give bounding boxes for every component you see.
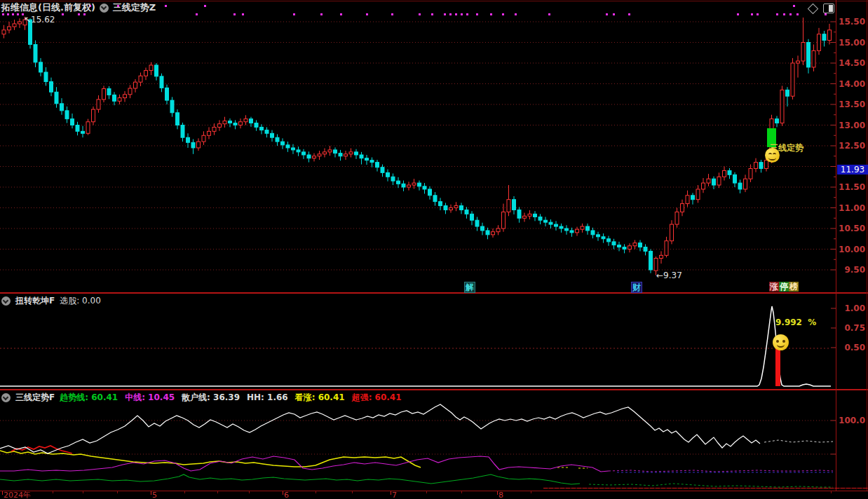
month-tick: [391, 491, 391, 495]
indicator-axis-label: 1.00: [837, 304, 865, 313]
candle: [670, 224, 674, 241]
candle: [597, 235, 600, 237]
indicator-axis-label: 0.75: [837, 324, 865, 333]
signal-dot: [737, 13, 739, 15]
indicator-value-token: 散户线: 36.39: [182, 392, 240, 402]
candle: [391, 177, 395, 181]
candle: [612, 242, 616, 245]
candle: [780, 90, 784, 123]
candle: [686, 196, 689, 204]
candle: [496, 228, 500, 232]
signal-dot: [490, 13, 492, 15]
chevron-down-icon[interactable]: [1, 296, 11, 306]
candle: [134, 82, 137, 88]
minor-tick: [316, 491, 316, 493]
event-marker[interactable]: 解: [464, 282, 475, 293]
candle: [534, 214, 537, 217]
month-label: 8: [499, 491, 503, 499]
candle: [486, 231, 489, 235]
candle: [538, 217, 542, 220]
bottom-indicator-chart[interactable]: [0, 390, 836, 491]
signal-dot: [783, 13, 785, 15]
app-root: 拓维信息(日线.前复权) 三线定势Z ↖15.62 ←9.37 三线定势 解财 …: [0, 0, 868, 499]
month-label: 5: [152, 491, 157, 499]
candle: [286, 145, 290, 148]
minor-tick: [352, 491, 353, 493]
candle: [491, 232, 495, 235]
candle: [623, 247, 626, 250]
price-label: 9.50: [837, 266, 865, 275]
candle: [318, 154, 321, 156]
candle: [570, 231, 574, 233]
candle: [260, 127, 264, 130]
indicator-name[interactable]: 扭转乾坤F: [15, 295, 55, 307]
indicator-value-token: 看涨: 60.41: [295, 392, 345, 402]
chevron-down-icon[interactable]: [1, 393, 11, 402]
candle: [665, 241, 668, 256]
main-indicator-name[interactable]: 三线定势Z: [113, 1, 156, 14]
event-marker[interactable]: 财: [631, 282, 642, 293]
candle: [208, 131, 211, 135]
candle: [586, 226, 590, 231]
candle: [139, 76, 142, 82]
percent-label: 9.992 %: [775, 317, 816, 327]
candle: [276, 137, 279, 142]
current-price-tag: 11.93: [837, 165, 868, 175]
candle: [55, 92, 58, 104]
chevron-down-icon[interactable]: [100, 4, 109, 13]
candle: [454, 206, 458, 208]
signal-dot: [461, 13, 463, 15]
candle: [229, 121, 232, 123]
candle: [649, 251, 653, 270]
price-label: 10.00: [837, 245, 865, 254]
signal-dot: [431, 13, 433, 15]
candle: [60, 104, 64, 111]
candle: [581, 226, 584, 229]
signal-dot: [320, 13, 323, 15]
arrow-left-icon: ←: [656, 271, 663, 280]
candle: [465, 210, 468, 214]
month-tick: [151, 491, 151, 495]
middle-indicator-chart[interactable]: [0, 294, 836, 390]
month-tick: [497, 491, 498, 495]
price-label: 15.50: [837, 18, 865, 27]
month-label: 2024年: [4, 491, 31, 499]
candle: [165, 88, 169, 100]
candle: [644, 247, 647, 252]
candle: [239, 122, 243, 125]
candle: [433, 196, 437, 202]
candle: [822, 34, 826, 41]
candle: [370, 160, 374, 163]
signal-dot: [391, 13, 393, 15]
retail-line: [0, 404, 760, 453]
signal-dot: [789, 13, 792, 15]
limit-board-char: 榜: [789, 282, 799, 292]
candle: [675, 212, 679, 224]
main-candlestick-chart[interactable]: [0, 0, 836, 294]
signal-dot: [793, 5, 795, 7]
signal-dot: [455, 13, 457, 15]
signal-dot: [613, 13, 615, 15]
candle: [681, 204, 684, 212]
candle: [376, 163, 379, 168]
candle: [633, 243, 637, 246]
candle: [144, 71, 148, 76]
candle: [334, 150, 337, 153]
candle: [460, 206, 463, 210]
panel-divider-1: [0, 292, 868, 294]
signal-dot: [796, 13, 799, 15]
candle: [738, 183, 742, 189]
time-axis[interactable]: 2024年5678: [0, 491, 868, 499]
candle: [97, 100, 100, 109]
candle: [197, 142, 201, 148]
candle: [302, 152, 306, 155]
candle: [523, 216, 527, 218]
candle: [402, 184, 405, 187]
candle: [428, 189, 432, 196]
split-window-icon[interactable]: [823, 4, 834, 13]
limit-up-board-marker[interactable]: 涨停榜: [769, 282, 799, 292]
candle: [149, 65, 153, 71]
candle: [791, 63, 794, 96]
candle: [565, 228, 569, 231]
indicator-name[interactable]: 三线定势F: [15, 392, 55, 404]
